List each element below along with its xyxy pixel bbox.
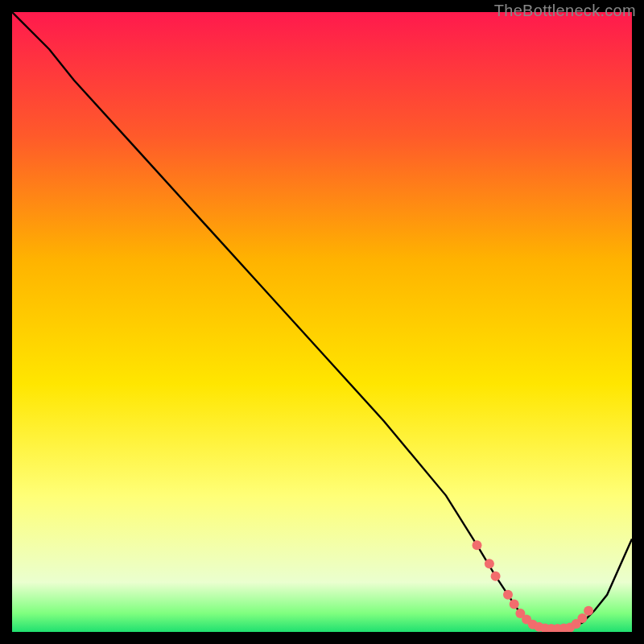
marker-point	[473, 540, 482, 550]
marker-point	[510, 599, 519, 609]
marker-point	[503, 590, 513, 600]
marker-point	[577, 613, 587, 623]
watermark-label: TheBottleneck.com	[494, 2, 636, 20]
marker-point	[485, 559, 494, 568]
bottleneck-chart	[12, 12, 632, 632]
gradient-background	[12, 12, 632, 632]
chart-frame: TheBottleneck.com	[0, 0, 644, 644]
marker-point	[584, 606, 593, 616]
marker-point	[491, 572, 501, 581]
